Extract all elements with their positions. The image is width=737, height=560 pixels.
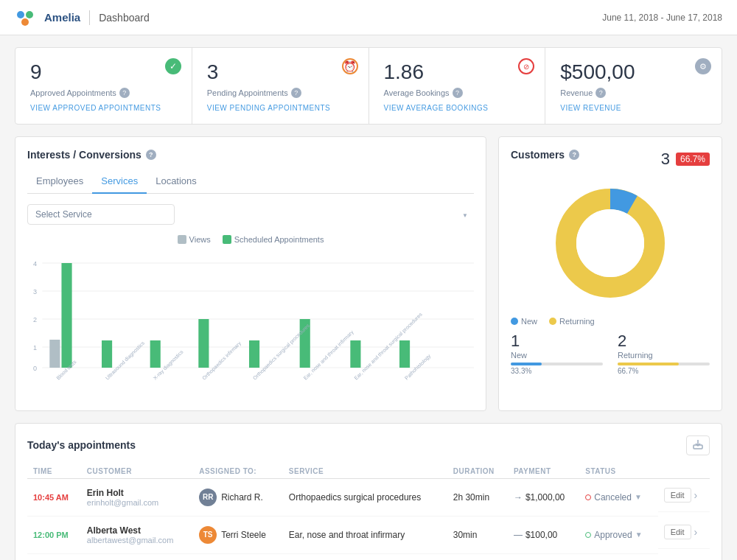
col-customer: CUSTOMER — [81, 464, 193, 479]
amelia-logo — [15, 7, 35, 28]
assigned-avatar: TS — [199, 526, 217, 544]
payment-cell: — $100,00 — [508, 516, 579, 553]
edit-button[interactable]: Edit — [664, 525, 691, 539]
payment-wrapper: → $1,000,00 — [514, 492, 573, 503]
approved-appointments-stat: ✓ 9 Approved Appointments ? VIEW APPROVE… — [15, 48, 192, 124]
tab-employees[interactable]: Employees — [27, 169, 92, 194]
table-row: 10:45 AM Erin Holt erinholt@gmail.com RR… — [27, 478, 710, 516]
pending-appointments-stat: ⏰ 3 Pending Appointments ? VIEW PENDING … — [192, 48, 369, 124]
actions-cell: Edit › — [658, 516, 710, 549]
service-select[interactable]: Select Service — [27, 204, 175, 225]
status-dot — [585, 532, 591, 538]
pending-label: Pending Appointments ? — [207, 88, 354, 98]
time-value: 12:00 PM — [33, 531, 69, 539]
new-pct: 33.3% — [511, 367, 603, 375]
svg-text:2: 2 — [33, 316, 37, 323]
svg-rect-18 — [249, 340, 259, 368]
average-value: 1.86 — [384, 60, 531, 85]
customer-cell: Erin Holt erinholt@gmail.com — [81, 478, 193, 516]
bar-chart: 4 3 2 1 0 — [27, 251, 474, 384]
assigned-name: Terri Steele — [221, 530, 266, 540]
svg-point-32 — [576, 209, 644, 277]
assigned-avatar: RR — [199, 489, 217, 506]
returning-circle — [549, 318, 556, 325]
chart-legend: Views Scheduled Appointments — [27, 235, 474, 244]
col-service: SERVICE — [283, 464, 447, 479]
assigned-name: Richard R. — [221, 492, 263, 503]
revenue-value: $500,00 — [560, 60, 707, 85]
donut-chart — [544, 177, 677, 309]
approved-link[interactable]: VIEW APPROVED APPOINTMENTS — [30, 104, 177, 112]
col-assigned: ASSIGNED TO: — [193, 464, 283, 479]
revenue-link[interactable]: VIEW REVENUE — [560, 104, 707, 112]
pending-value: 3 — [207, 60, 354, 85]
revenue-stat: ⚙ $500,00 Revenue ? VIEW REVENUE — [545, 48, 722, 124]
app-name: Amelia — [44, 11, 80, 24]
payment-value: $100,00 — [525, 530, 557, 540]
pending-link[interactable]: VIEW PENDING APPOINTMENTS — [207, 104, 354, 112]
edit-button[interactable]: Edit — [664, 488, 691, 503]
col-payment: PAYMENT — [508, 464, 579, 479]
assigned-cell: TS Terri Steele — [193, 516, 283, 553]
average-help-icon[interactable]: ? — [453, 88, 463, 98]
customer-email: erinholt@gmail.com — [87, 498, 187, 507]
status-cell: Approved ▼ — [579, 516, 657, 553]
time-cell: 12:00 PM — [27, 516, 81, 553]
page-title: Dashboard — [99, 12, 150, 24]
tab-locations[interactable]: Locations — [147, 169, 206, 194]
header-left: Amelia Dashboard — [15, 7, 150, 28]
svg-text:0: 0 — [33, 365, 37, 372]
export-button[interactable] — [686, 435, 710, 455]
revenue-help-icon[interactable]: ? — [595, 88, 606, 98]
select-arrow-icon — [462, 210, 468, 218]
svg-text:Ear, nose and throat infirmary: Ear, nose and throat infirmary — [302, 329, 354, 381]
customers-pct-badge: 66.7% — [676, 153, 710, 166]
returning-pct: 66.7% — [618, 367, 710, 375]
average-link[interactable]: VIEW AVERAGE BOOKINGS — [384, 104, 531, 112]
row-arrow-button[interactable]: › — [694, 526, 698, 538]
scheduled-dot — [223, 235, 231, 244]
revenue-label: Revenue ? — [560, 88, 707, 98]
pending-icon: ⏰ — [342, 58, 358, 74]
row-arrow-button[interactable]: › — [694, 489, 698, 501]
legend-returning: Returning — [549, 317, 595, 326]
pending-help-icon[interactable]: ? — [291, 88, 301, 98]
interests-help-icon[interactable]: ? — [146, 150, 156, 160]
returning-stat: 2 Returning 66.7% — [618, 332, 710, 375]
svg-point-2 — [21, 18, 29, 26]
actions-cell: Edit › — [658, 479, 710, 512]
svg-point-1 — [26, 11, 33, 18]
new-label: New — [511, 351, 603, 360]
time-cell: 10:45 AM — [27, 478, 81, 516]
service-select-wrapper: Select Service — [27, 204, 474, 225]
assigned-wrapper: TS Terri Steele — [199, 526, 277, 544]
customer-cell: Alberta West albertawest@gmail.com — [81, 516, 193, 553]
table-header: TIME CUSTOMER ASSIGNED TO: SERVICE DURAT… — [27, 464, 710, 479]
main-content: ✓ 9 Approved Appointments ? VIEW APPROVE… — [0, 35, 737, 560]
appointments-table: TIME CUSTOMER ASSIGNED TO: SERVICE DURAT… — [27, 464, 710, 554]
payment-cell: → $1,000,00 — [508, 478, 579, 516]
stats-row: ✓ 9 Approved Appointments ? VIEW APPROVE… — [15, 47, 722, 125]
approved-help-icon[interactable]: ? — [119, 88, 130, 98]
returning-progress-fill — [618, 363, 679, 365]
tab-services[interactable]: Services — [92, 169, 147, 194]
legend-views: Views — [178, 235, 211, 244]
export-icon — [693, 439, 703, 449]
approved-label: Approved Appointments ? — [30, 88, 177, 98]
customers-help-icon[interactable]: ? — [569, 150, 579, 160]
average-label: Average Bookings ? — [384, 88, 531, 98]
assigned-wrapper: RR Richard R. — [199, 489, 277, 506]
customer-email: albertawest@gmail.com — [87, 536, 187, 545]
customers-header: Customers ? 3 66.7% — [511, 149, 710, 169]
legend-scheduled: Scheduled Appointments — [223, 235, 324, 244]
svg-rect-21 — [399, 340, 410, 368]
col-status: STATUS — [579, 464, 657, 479]
approved-value: 9 — [30, 60, 177, 85]
status-dot — [585, 494, 591, 500]
appointments-title: Today's appointments — [27, 439, 136, 451]
svg-rect-20 — [350, 340, 360, 368]
col-duration: DURATION — [447, 464, 508, 479]
new-progress-fill — [511, 363, 542, 365]
customers-panel: Customers ? 3 66.7% — [498, 136, 722, 411]
approved-icon: ✓ — [165, 58, 181, 74]
